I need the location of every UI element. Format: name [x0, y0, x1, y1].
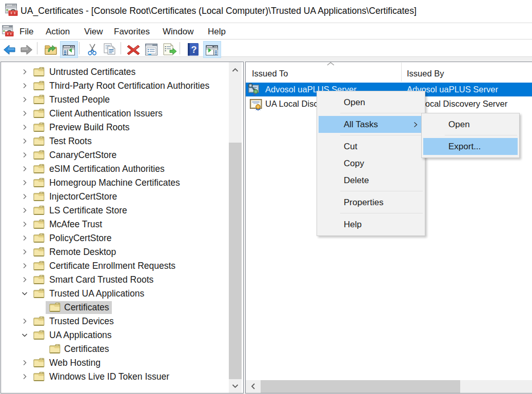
svg-text:?: ?: [191, 45, 197, 55]
